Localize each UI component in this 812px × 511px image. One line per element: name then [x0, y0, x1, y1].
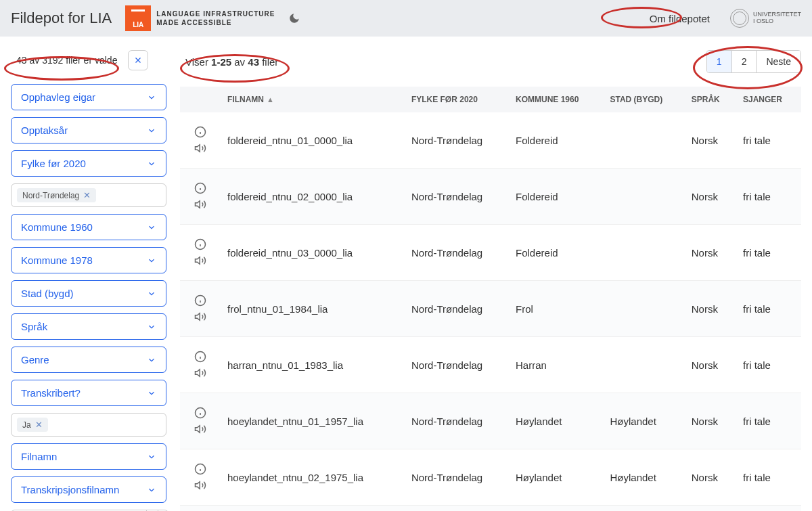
- filter-stad-bygd-[interactable]: Stad (bygd): [11, 280, 166, 307]
- cell-fylke: Nord-Trøndelag: [405, 506, 509, 512]
- col-kommune[interactable]: Kommune 1960: [509, 87, 603, 112]
- info-icon[interactable]: [194, 182, 206, 194]
- col-fylke[interactable]: Fylke før 2020: [405, 87, 509, 112]
- cell-sprak: Norsk: [685, 281, 736, 337]
- uio-seal-icon: [730, 9, 749, 28]
- cell-sjanger: fri tale: [736, 169, 801, 225]
- moon-icon: [288, 12, 300, 24]
- page-2-button[interactable]: 2: [732, 51, 757, 72]
- page-1-button[interactable]: 1: [707, 51, 732, 72]
- clear-selection-button[interactable]: [128, 50, 148, 70]
- lia-logo-icon: LIA: [125, 5, 151, 31]
- filter-spr-k[interactable]: Språk: [11, 313, 166, 340]
- table-row: foldereid_ntnu_03_0000_liaNord-Trøndelag…: [180, 225, 801, 281]
- chevron-down-icon: [147, 322, 156, 332]
- cell-stad: Høylandet: [603, 449, 684, 506]
- col-sprak[interactable]: Språk: [685, 87, 736, 112]
- next-page-button[interactable]: Neste: [757, 51, 800, 72]
- cell-filnamn: hoeylandet_ntnu_02_1975_lia: [221, 449, 405, 506]
- cell-stad: Høylandet: [603, 506, 684, 512]
- cell-kommune: Foldereid: [509, 225, 603, 281]
- table-row: frol_ntnu_01_1984_liaNord-TrøndelagFrolN…: [180, 281, 801, 337]
- audio-icon[interactable]: [194, 142, 206, 154]
- cell-fylke: Nord-Trøndelag: [405, 169, 509, 225]
- cell-kommune: Høylandet: [509, 393, 603, 449]
- cell-sjanger: fri tale: [736, 337, 801, 393]
- cell-stad: [603, 112, 684, 169]
- cell-kommune: Harran: [509, 337, 603, 393]
- info-icon[interactable]: [194, 351, 206, 363]
- chevron-down-icon: [147, 93, 156, 102]
- info-icon[interactable]: [194, 294, 206, 307]
- cell-filnamn: foldereid_ntnu_03_0000_lia: [221, 225, 405, 281]
- audio-icon[interactable]: [194, 254, 206, 267]
- cell-kommune: Foldereid: [509, 169, 603, 225]
- app-title: Fildepot for LIA: [11, 9, 112, 27]
- chevron-down-icon: [147, 355, 156, 365]
- filter-chips-fylke: Nord-Trøndelag✕: [11, 183, 166, 207]
- chevron-down-icon: [147, 126, 156, 135]
- cell-sjanger: fri tale: [736, 281, 801, 337]
- lia-tagline: Language Infrastructure made Accessible: [156, 9, 275, 27]
- info-icon[interactable]: [194, 126, 206, 138]
- filter-transkribert-[interactable]: Transkribert?: [11, 380, 166, 406]
- cell-sjanger: fri tale: [736, 449, 801, 506]
- filter-kommune-1978[interactable]: Kommune 1978: [11, 247, 166, 273]
- filter-transkripsjonsfilnamn[interactable]: Transkripsjonsfilnamn: [11, 476, 166, 503]
- filter-genre[interactable]: Genre: [11, 347, 166, 373]
- filter-kommune-1960[interactable]: Kommune 1960: [11, 214, 166, 240]
- info-icon[interactable]: [194, 238, 206, 250]
- cell-kommune: Høylandet: [509, 506, 603, 512]
- audio-icon[interactable]: [194, 311, 206, 323]
- chip-ja: Ja✕: [17, 418, 48, 432]
- filter-opptaks-r[interactable]: Opptaksår: [11, 117, 166, 143]
- content-area: Viser 1-25 av 43 filer 1 2 Neste Filnamn…: [180, 50, 801, 511]
- audio-icon[interactable]: [194, 479, 206, 491]
- cell-sprak: Norsk: [685, 337, 736, 393]
- cell-filnamn: foldereid_ntnu_02_0000_lia: [221, 169, 405, 225]
- uio-logo: UNIVERSITETET I OSLO: [730, 9, 801, 28]
- cell-sprak: Norsk: [685, 506, 736, 512]
- cell-sprak: Norsk: [685, 225, 736, 281]
- about-link[interactable]: Om fildepotet: [643, 10, 717, 27]
- chevron-down-icon: [147, 223, 156, 232]
- showing-count: Viser 1-25 av 43 filer: [180, 53, 284, 70]
- cell-fylke: Nord-Trøndelag: [405, 393, 509, 449]
- audio-icon[interactable]: [194, 367, 206, 379]
- cell-sjanger: fri tale: [736, 225, 801, 281]
- audio-icon[interactable]: [194, 198, 206, 210]
- table-row: foldereid_ntnu_02_0000_liaNord-Trøndelag…: [180, 169, 801, 225]
- filter-filnamn[interactable]: Filnamn: [11, 443, 166, 470]
- cell-stad: [603, 225, 684, 281]
- chip-remove-icon[interactable]: ✕: [35, 420, 43, 430]
- chip-remove-icon[interactable]: ✕: [83, 190, 91, 200]
- info-icon[interactable]: [194, 407, 206, 419]
- header: Fildepot for LIA LIA Language Infrastruc…: [0, 0, 812, 37]
- dark-mode-toggle[interactable]: [288, 12, 300, 24]
- filter-chips-transkribert: Ja✕: [11, 413, 166, 437]
- cell-stad: Høylandet: [603, 393, 684, 449]
- filter-sidebar: 43 av 3192 filer er valde Opphavleg eiga…: [11, 50, 166, 511]
- filter-opphavleg-eigar[interactable]: Opphavleg eigar: [11, 84, 166, 110]
- cell-sprak: Norsk: [685, 393, 736, 449]
- col-stad[interactable]: Stad (bygd): [603, 87, 684, 112]
- col-filnamn[interactable]: Filnamn▲: [221, 87, 405, 112]
- filter-fylke-f-r-2020[interactable]: Fylke før 2020: [11, 150, 166, 177]
- cell-sjanger: fri tale: [736, 506, 801, 512]
- table-row: hoeylandet_ntnu_02_1975_liaNord-Trøndela…: [180, 449, 801, 506]
- chip-nord-trondelag: Nord-Trøndelag✕: [17, 188, 96, 202]
- table-row: foldereid_ntnu_01_0000_liaNord-Trøndelag…: [180, 112, 801, 169]
- pagination: 1 2 Neste: [706, 50, 801, 73]
- cell-fylke: Nord-Trøndelag: [405, 112, 509, 169]
- chevron-down-icon: [147, 159, 156, 169]
- audio-icon[interactable]: [194, 423, 206, 435]
- info-icon[interactable]: [194, 463, 206, 475]
- chevron-down-icon: [147, 485, 156, 495]
- col-sjanger[interactable]: Sjanger: [736, 87, 801, 112]
- results-table: Filnamn▲ Fylke før 2020 Kommune 1960 Sta…: [180, 87, 801, 511]
- table-row: hoeylandet_ntnu_01_1957_liaNord-Trøndela…: [180, 393, 801, 449]
- cell-stad: [603, 337, 684, 393]
- sort-asc-icon: ▲: [267, 95, 274, 104]
- cell-sprak: Norsk: [685, 169, 736, 225]
- cell-fylke: Nord-Trøndelag: [405, 281, 509, 337]
